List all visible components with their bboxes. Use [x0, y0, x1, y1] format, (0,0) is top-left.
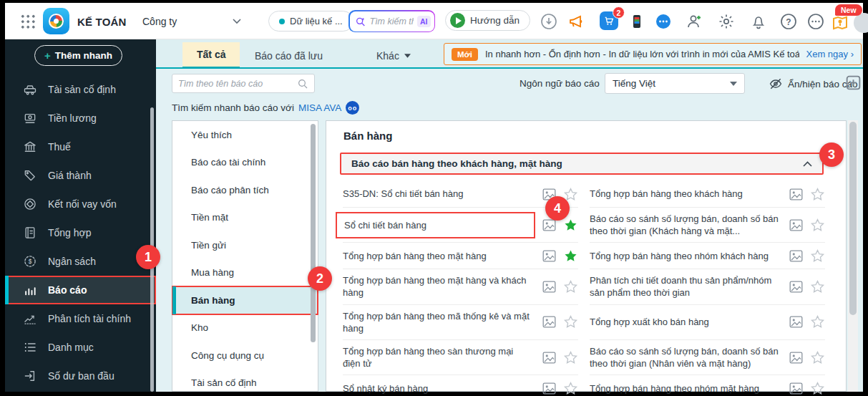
gear-icon[interactable]	[718, 13, 735, 30]
sidebar-item-8[interactable]: Báo cáo	[5, 276, 156, 304]
report-title[interactable]: Phân tích chi tiết doanh thu sản phẩm/nh…	[590, 274, 782, 299]
category-item-9[interactable]: Công cụ dụng cụ	[172, 342, 318, 370]
report-title[interactable]: Sổ nhật ký bán hàng	[343, 382, 535, 395]
preview-image-icon[interactable]	[789, 381, 804, 396]
ai-search-input[interactable]: Tìm kiếm th AI	[348, 10, 435, 32]
tab-saved-reports[interactable]: Báo cáo đã lưu	[240, 42, 337, 69]
sidebar-item-9[interactable]: Phân tích tài chính	[5, 304, 156, 333]
company-selector-label[interactable]: Công ty	[142, 16, 177, 27]
preview-image-icon[interactable]	[542, 350, 557, 365]
report-title[interactable]: Tổng hợp bán hàng theo mã thống kê và mặ…	[343, 310, 535, 334]
app-logo[interactable]	[43, 8, 69, 34]
report-title[interactable]: Tổng hợp bán hàng theo sàn thương mại đi…	[343, 345, 535, 370]
add-user-icon[interactable]	[686, 13, 703, 30]
bell-icon[interactable]	[750, 13, 767, 30]
category-item-3[interactable]: Báo cáo phân tích	[172, 176, 318, 204]
map-guide-icon[interactable]	[832, 14, 849, 32]
favorite-star-icon[interactable]	[563, 279, 578, 294]
report-title[interactable]: Tổng hợp bán hàng theo mặt hàng và khách…	[343, 274, 535, 299]
favorite-star-filled-icon[interactable]	[563, 218, 578, 233]
favorite-star-icon[interactable]	[810, 279, 825, 294]
report-title[interactable]: Tổng hợp bán hàng theo nhóm mặt hàng	[590, 382, 782, 395]
sidebar-item-7[interactable]: $Ngân sách	[5, 247, 156, 276]
annotation-step-3: 3	[819, 143, 844, 167]
report-search-input[interactable]: Tìm theo tên báo cáo	[172, 74, 315, 93]
sidebar-item-11[interactable]: Số dư ban đầu	[5, 362, 156, 390]
report-scrollbar-track[interactable]	[848, 120, 858, 392]
preview-image-icon[interactable]	[542, 248, 557, 264]
svg-text:?: ?	[786, 17, 791, 27]
category-scrollbar[interactable]	[311, 124, 316, 342]
more-icon[interactable]	[807, 13, 824, 30]
category-item-5[interactable]: Tiền gửi	[172, 231, 318, 259]
data-source-pill[interactable]: Dữ liệu kế ...	[268, 11, 353, 32]
report-title[interactable]: Tổng hợp xuất kho bán hàng	[590, 316, 782, 328]
category-panel: Yêu thíchBáo cáo tài chínhBáo cáo phân t…	[172, 120, 318, 392]
sidebar-item-6[interactable]: Tổng hợp	[5, 218, 156, 247]
quick-add-button[interactable]: + Thêm nhanh	[34, 45, 122, 66]
tab-all[interactable]: Tất cả	[182, 42, 240, 69]
sidebar-item-4[interactable]: Giá thành	[5, 161, 156, 190]
category-item-7[interactable]: Bán hàng	[172, 286, 318, 314]
ava-robot-icon[interactable]: oo	[346, 101, 359, 115]
favorite-star-icon[interactable]	[810, 187, 825, 202]
add-window-icon[interactable]	[844, 74, 862, 92]
category-item-6[interactable]: Mua hàng	[172, 259, 318, 287]
favorite-star-icon[interactable]	[810, 218, 825, 233]
preview-image-icon[interactable]	[789, 279, 804, 294]
promo-banner[interactable]: Mới In nhanh hơn - Ổn định hơn - In dữ l…	[444, 43, 862, 65]
download-icon[interactable]	[540, 13, 557, 30]
preview-image-icon[interactable]	[789, 218, 804, 233]
sidebar-item-10[interactable]: Danh mục	[5, 333, 156, 362]
sidebar-item-5[interactable]: Kết nối vay vốn	[5, 190, 156, 218]
favorite-star-icon[interactable]	[563, 314, 578, 329]
preview-image-icon[interactable]	[789, 248, 804, 264]
report-scrollbar-thumb[interactable]	[849, 122, 857, 315]
category-item-2[interactable]: Báo cáo tài chính	[172, 149, 318, 177]
avatar[interactable]	[854, 13, 868, 33]
sidebar-item-3[interactable]: Thuế	[5, 132, 156, 161]
guide-button[interactable]: Hướng dẫn	[445, 10, 530, 31]
mobile-app-icon[interactable]	[628, 13, 645, 30]
preview-image-icon[interactable]	[789, 314, 804, 329]
tab-other[interactable]: Khác	[362, 42, 425, 69]
trend-icon	[23, 312, 37, 326]
store-cart-button[interactable]: 2	[600, 11, 619, 31]
category-item-10[interactable]: Tài sản cố định	[172, 370, 318, 396]
preview-image-icon[interactable]	[789, 350, 804, 365]
app-grid-icon[interactable]	[20, 14, 35, 29]
misa-ava-link[interactable]: MISA AVA	[298, 102, 341, 113]
category-item-1[interactable]: Yêu thích	[172, 121, 318, 149]
favorite-star-icon[interactable]	[810, 248, 825, 264]
report-title[interactable]: Tổng hợp bán hàng theo mặt hàng	[343, 250, 535, 262]
chevron-down-icon[interactable]	[233, 19, 241, 24]
sidebar-item-1[interactable]: Tài sản cố định	[5, 75, 156, 104]
report-title[interactable]: Sổ chi tiết bán hàng	[336, 212, 535, 238]
favorite-star-icon[interactable]	[810, 381, 825, 396]
preview-image-icon[interactable]	[542, 279, 557, 294]
report-title[interactable]: Tổng hợp bán hàng theo nhóm khách hàng	[590, 250, 782, 262]
sidebar-item-2[interactable]: Tiền lương	[5, 104, 156, 132]
report-section-header[interactable]: Báo cáo bán hàng theo khách hàng, mặt hà…	[340, 153, 824, 175]
favorite-star-icon[interactable]	[810, 350, 825, 365]
favorite-star-icon[interactable]	[563, 381, 578, 396]
report-title[interactable]: Tổng hợp bán hàng theo khách hàng	[590, 188, 782, 200]
report-title[interactable]: Báo cáo so sánh số lượng bán, doanh số b…	[590, 345, 782, 370]
report-title[interactable]: Báo cáo so sánh số lượng bán, doanh số b…	[590, 213, 782, 237]
favorite-star-icon[interactable]	[810, 314, 825, 329]
favorite-star-filled-icon[interactable]	[563, 248, 578, 264]
megaphone-icon[interactable]	[567, 13, 585, 30]
favorite-star-icon[interactable]	[563, 350, 578, 365]
preview-image-icon[interactable]	[542, 314, 557, 329]
category-item-4[interactable]: Tiền mặt	[172, 204, 318, 232]
category-label: Tài sản cố định	[191, 377, 257, 388]
help-icon[interactable]: ?	[780, 13, 797, 30]
language-select[interactable]: Tiếng Việt	[605, 73, 745, 94]
category-list: Yêu thíchBáo cáo tài chínhBáo cáo phân t…	[172, 121, 318, 396]
report-title[interactable]: S35-DN: Sổ chi tiết bán hàng	[343, 188, 535, 200]
preview-image-icon[interactable]	[542, 381, 557, 396]
category-item-8[interactable]: Kho	[172, 314, 318, 342]
banner-link[interactable]: Xem ngay ›	[806, 49, 854, 59]
chat-icon[interactable]	[655, 13, 672, 30]
preview-image-icon[interactable]	[789, 187, 804, 202]
